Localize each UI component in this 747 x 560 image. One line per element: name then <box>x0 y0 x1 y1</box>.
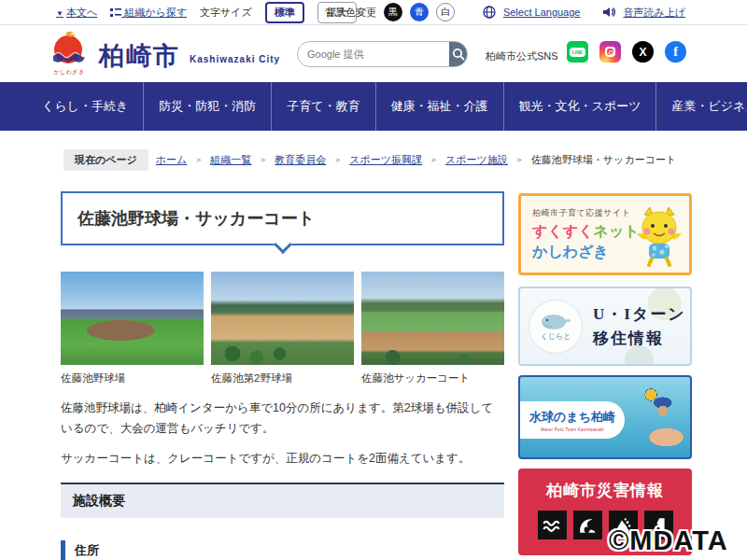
instagram-icon[interactable] <box>599 41 621 63</box>
bg-white-button[interactable]: 白 <box>436 3 455 21</box>
sns-label: 柏崎市公式SNS <box>486 49 558 63</box>
org-list-icon <box>110 8 121 18</box>
breadcrumb-org-list[interactable]: 組織一覧 <box>210 153 251 167</box>
font-size-standard-button[interactable]: 標準 <box>265 2 304 23</box>
tts-link[interactable]: 音声読み上げ <box>623 6 685 20</box>
description-paragraph: サッカーコートは、クレーコートですが、正規のコートを2面備えています。 <box>61 449 504 469</box>
photo-caption: 佐藤池サッカーコート <box>361 371 504 385</box>
font-size-label: 文字サイズ <box>200 6 252 20</box>
breadcrumb-current: 佐藤池野球場・サッカーコート <box>531 153 676 167</box>
address-label: 住所 <box>61 540 504 560</box>
city-logo-icon <box>49 30 90 69</box>
banner-water-polo[interactable]: 水球のまち柏崎 Water Polo Town Kashiwazaki <box>518 375 692 459</box>
utility-bar: ▼本文へ 組織から探す 文字サイズ 標準 拡大 背景色変更 黒 青 白 Sele… <box>0 0 747 25</box>
photo-second-baseball-field <box>211 272 354 365</box>
current-page-badge: 現在のページ <box>63 149 148 171</box>
search-input[interactable] <box>298 42 449 66</box>
global-nav: くらし・手続き 防災・防犯・消防 子育て・教育 健康・福祉・介護 観光・文化・ス… <box>0 82 747 131</box>
watermark: ©MDATA <box>609 525 728 556</box>
site-header: かしわざき 柏崎市 Kashiwazaki City 柏崎市公式SNS LINE… <box>0 26 747 82</box>
banner-water-polo-title: 水球のまち柏崎 <box>529 409 615 426</box>
banner-kosodate-sukusuku: すくすく <box>532 223 594 239</box>
bg-color-label: 背景色変更 <box>325 6 376 20</box>
photo-caption: 佐藤池第2野球場 <box>211 371 354 385</box>
title-arrow-decoration <box>274 235 292 254</box>
search-icon <box>452 48 465 61</box>
breadcrumb-sports-division[interactable]: スポーツ振興課 <box>349 153 422 167</box>
breadcrumb-education-board[interactable]: 教育委員会 <box>275 153 326 167</box>
banner-iju-info[interactable]: くじらと U・Iターン 移住情報 <box>518 287 692 366</box>
nav-item-bousai[interactable]: 防災・防犯・消防 <box>144 82 272 131</box>
banner-disaster-title: 柏崎市災害情報 <box>518 480 692 501</box>
main-content: 佐藤池野球場・サッカーコート 佐藤池野球場 佐藤池第2野球場 佐藤池サッカーコー… <box>61 191 504 560</box>
breadcrumb-home[interactable]: ホーム <box>156 153 188 167</box>
x-icon[interactable]: X <box>632 41 654 63</box>
line-icon[interactable]: LINE <box>567 41 588 63</box>
whale-logo: くじらと <box>529 301 582 353</box>
mascot-icon <box>633 205 685 267</box>
whale-icon <box>540 311 571 331</box>
photo-figure: 佐藤池サッカーコート <box>361 272 504 385</box>
photo-soccer-court <box>361 272 504 365</box>
flood-icon <box>538 511 567 539</box>
tsunami-icon <box>573 511 602 539</box>
city-logo[interactable]: かしわざき 柏崎市 Kashiwazaki City <box>49 30 280 77</box>
globe-icon <box>483 6 496 19</box>
select-language-link[interactable]: Select Language <box>503 7 581 18</box>
whale-logo-text: くじらと <box>541 331 571 342</box>
description-paragraph: 佐藤池野球場は、柏崎インターから車で10分の所にあります。第2球場も併設している… <box>61 399 504 440</box>
logo-caption: かしわざき <box>49 68 90 77</box>
bg-blue-button[interactable]: 青 <box>410 3 429 21</box>
breadcrumb-sports-facilities[interactable]: スポーツ施設 <box>445 153 508 167</box>
site-search <box>297 41 468 67</box>
org-search-link[interactable]: 組織から探す <box>110 6 187 20</box>
nav-item-kurashi[interactable]: くらし・手続き <box>26 82 144 131</box>
banner-iju-line1: U・Iターン <box>593 302 686 327</box>
search-button[interactable] <box>449 42 467 66</box>
city-name-en: Kashiwazaki City <box>190 54 280 64</box>
nav-item-kankou[interactable]: 観光・文化・スポーツ <box>504 82 657 131</box>
nav-item-sangyou[interactable]: 産業・ビジネス <box>656 82 747 131</box>
nav-item-kosodate[interactable]: 子育て・教育 <box>272 82 375 131</box>
page-title-box: 佐藤池野球場・サッカーコート <box>61 191 504 245</box>
facility-overview-header: 施設概要 <box>61 483 504 518</box>
banner-iju-line2: 移住情報 <box>593 327 686 351</box>
skip-to-content-link[interactable]: ▼本文へ <box>56 6 97 20</box>
photo-figure: 佐藤池第2野球場 <box>211 272 354 385</box>
sidebar-banners: 柏崎市子育て応援サイト すくすくネット かしわざき <box>518 193 692 555</box>
facebook-icon[interactable]: f <box>665 41 686 63</box>
bg-black-button[interactable]: 黒 <box>384 3 402 21</box>
photo-baseball-field <box>61 272 204 365</box>
triangle-down-icon: ▼ <box>56 9 63 18</box>
page-title: 佐藤池野球場・サッカーコート <box>78 207 487 230</box>
city-name: 柏崎市 <box>99 39 180 73</box>
banner-kosodate-site[interactable]: 柏崎市子育て応援サイト すくすくネット かしわざき <box>518 193 692 275</box>
photo-figure: 佐藤池野球場 <box>61 272 204 385</box>
photo-caption: 佐藤池野球場 <box>61 371 204 385</box>
breadcrumb: 現在のページ ホーム ＞ 組織一覧 ＞ 教育委員会 ＞ スポーツ振興課 ＞ スポ… <box>63 149 717 171</box>
nav-item-kenkou[interactable]: 健康・福祉・介護 <box>376 82 504 131</box>
banner-water-polo-subtitle: Water Polo Town Kashiwazaki <box>541 427 604 432</box>
speaker-icon <box>602 7 615 18</box>
